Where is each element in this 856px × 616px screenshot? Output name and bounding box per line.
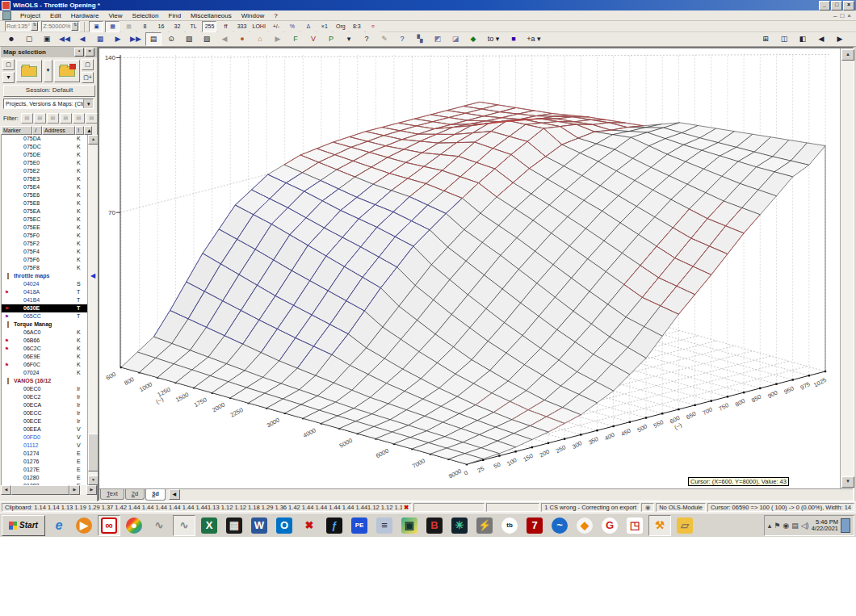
toolbar-button-folder-P[interactable]: P [323,32,339,46]
toolbar-button-width-8[interactable]: 8 [137,21,152,32]
map-list-row[interactable]: 00EC2Ir [2,393,88,401]
tab-scroll-left-button[interactable]: ◀ [169,489,180,500]
open-project-button[interactable] [16,60,42,82]
toolbar-button-chart-b[interactable]: ◪ [447,32,464,46]
new-project-button[interactable]: ▢ [2,59,15,70]
map-list-row[interactable]: 075F2K [2,240,88,248]
toolbar-button-chart-a[interactable]: ◩ [430,32,446,46]
toolbar-button-split-single[interactable]: ◧ [795,32,811,46]
zoom-spinner[interactable]: ⇅ [71,22,78,31]
menu-[interactable]: ? [269,11,282,20]
tab-text[interactable]: Text [100,489,124,500]
taskbar-icon-media-player[interactable]: ▶ [73,515,95,536]
toolbar-button-binary-333[interactable]: 333 [234,21,249,32]
toolbar-button-combo-to[interactable]: to ▾ [483,32,504,46]
list-header-[interactable]: ! [75,126,84,135]
child-close-button[interactable]: × [847,12,851,19]
toolbar-button-nav-forward[interactable]: ▶ [270,32,286,46]
map-list-row[interactable]: 00ECEIr [2,417,88,425]
toolbar-button-factor-x1[interactable]: ×1 [317,21,332,32]
rotation-field[interactable]: Rot:135° ⇅ [5,21,40,31]
map-list-row[interactable]: Torque Manag [2,321,88,329]
filter-button-flag[interactable]: ▤ [73,113,85,124]
taskbar-icon-pe-explorer[interactable]: PE [348,515,371,536]
toolbar-button-copy-special[interactable]: ◆ [465,32,481,46]
list-header-address[interactable]: Address [42,126,75,135]
child-restore-button[interactable]: □ [840,12,844,19]
copy-map-button[interactable]: ▢ [82,59,94,70]
plot-vscrollbar[interactable]: ▲ ▼ [840,48,854,488]
tray-display[interactable]: ▤ [791,522,799,530]
map-list-row[interactable]: 075ECK [2,216,88,224]
tray-volume[interactable]: ◁) [801,522,809,530]
toolbar-button-table-view[interactable]: ▦ [92,32,108,46]
toolbar-button-split-quad[interactable]: ⊞ [757,32,774,46]
filter-button-hex[interactable]: ▤ [34,113,46,124]
taskbar-icon-eeprom-chip[interactable]: ▦ [223,515,245,536]
toolbar-button-folder-drop[interactable]: ▾ [341,32,357,46]
toolbar-button-window-tile[interactable]: ▣ [39,32,55,46]
toolbar-button-help-dim[interactable]: ? [359,32,375,46]
toolbar-button-tab-prev[interactable]: ◀ [813,32,829,46]
taskbar-icon-winols-flash[interactable]: ⚡ [473,515,496,536]
toolbar-button-decimal-255[interactable]: 255 [202,21,216,32]
map-list-row[interactable]: 075DEK [2,151,88,159]
toolbar-button-nav-project[interactable]: ● [234,32,250,46]
import-file-button[interactable] [54,60,80,82]
toolbar-button-original[interactable]: Org [334,21,348,32]
menu-miscellaneous[interactable]: Miscellaneous [186,11,237,20]
map-list-row[interactable]: 01280E [2,474,88,482]
map-list-row[interactable]: 06E9EK [2,353,88,361]
toolbar-button-window-new[interactable]: ▢ [21,32,37,46]
taskbar-icon-g-target[interactable]: G [598,515,621,536]
tab-2d[interactable]: 2d [125,489,145,500]
scope-combobox-dropdown[interactable]: ▼ [83,99,93,108]
toolbar-button-context-help[interactable]: ? [394,32,410,46]
map-list-row[interactable]: 041B4T [2,296,88,304]
map-list-row[interactable]: 075DAK [2,135,88,143]
toolbar-button-nav-back[interactable]: ◀ [216,32,233,46]
menu-edit[interactable]: Edit [45,11,66,20]
toolbar-button-last-map[interactable]: ▶▶ [128,32,144,46]
show-desktop-button[interactable] [841,518,850,533]
map-list-row[interactable]: ⚑065CCT [2,312,88,321]
map-list-row[interactable]: 00FD0V [2,434,88,442]
map-list-row[interactable]: 075F4K [2,248,88,256]
menu-find[interactable]: Find [164,11,187,20]
tray-update[interactable]: ◉ [783,522,789,530]
toolbar-button-import[interactable]: ▧ [181,32,197,46]
map-list-row[interactable]: 00EC0Ir [2,385,88,393]
tab-3d[interactable]: 3d [145,489,166,501]
map-list-row[interactable]: 00EEAV [2,425,88,434]
filter-button-delta[interactable]: ▤ [47,113,59,124]
zoom-field[interactable]: Z:50000% ⇅ [41,21,80,31]
map-list-row[interactable]: 01274E [2,450,88,458]
map-list-row[interactable]: 075E2K [2,167,88,175]
rotation-spinner[interactable]: ⇅ [31,22,38,31]
taskbar-icon-b-tool[interactable]: B [423,515,446,536]
toolbar-button-split-8-3[interactable]: 8:3 [350,21,364,32]
toolbar-button-compare[interactable]: ▨ [199,32,215,46]
map-list-row[interactable]: 075DCK [2,143,88,151]
map-list-vscrollbar[interactable]: ▲ ▼ [87,135,98,485]
map-list-row[interactable]: ⚑06F0CK [2,361,88,369]
menu-selection[interactable]: Selection [128,11,164,20]
toolbar-button-width-16[interactable]: 16 [153,21,168,32]
map-list-row[interactable]: 00ECCIr [2,409,88,417]
toolbar-button-color-bars[interactable]: ≡ [366,21,380,32]
menu-project[interactable]: Project [15,11,45,20]
taskbar-icon-excel[interactable]: X [198,515,220,536]
open-project-dropdown[interactable]: ▼ [44,60,52,82]
start-button[interactable]: Start [2,515,45,536]
toolbar-button-next-map[interactable]: ▶ [110,32,126,46]
tray-flag[interactable]: ⚑ [774,522,780,530]
map-list-row[interactable]: 075EAK [2,207,88,216]
map-list-row[interactable]: 01276E [2,458,88,466]
taskbar-icon-shield-browser[interactable]: ◆ [573,515,596,536]
restore-button[interactable]: □ [831,1,842,10]
toolbar-button-view-3d[interactable]: ▦ [105,21,120,32]
taskbar-icon-file-explorer[interactable]: ▱ [673,515,696,536]
taskbar-icon-tb-tool[interactable]: tb [498,515,521,536]
surface-plot-3d[interactable]: 1407060080010001250150017502000225030004… [99,48,839,488]
child-minimize-button[interactable]: – [833,12,837,19]
